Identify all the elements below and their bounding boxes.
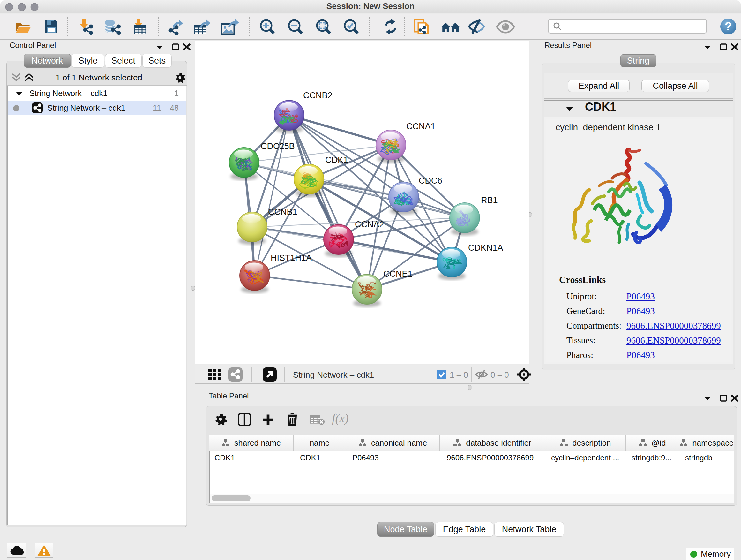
svg-text:CDC6: CDC6 (419, 176, 442, 186)
svg-text:CDC25B: CDC25B (261, 141, 295, 151)
svg-text:HIST1H1A: HIST1H1A (271, 253, 312, 263)
svg-text:CCNA1: CCNA1 (406, 122, 435, 131)
svg-text:CDKN1A: CDKN1A (468, 243, 503, 253)
svg-text:CDK1: CDK1 (325, 155, 348, 165)
svg-text:?: ? (725, 20, 732, 33)
svg-text:CCNB2: CCNB2 (303, 91, 333, 100)
svg-text:RB1: RB1 (481, 195, 498, 205)
svg-text:CCNE1: CCNE1 (383, 269, 413, 279)
svg-text:CCNB1: CCNB1 (268, 207, 297, 217)
svg-text:CCNA2: CCNA2 (355, 220, 384, 229)
